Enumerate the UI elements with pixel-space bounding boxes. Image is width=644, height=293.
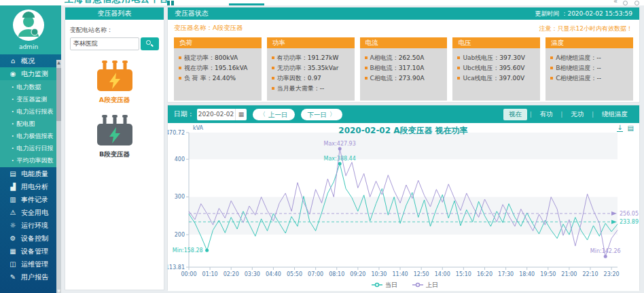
collapse-icon[interactable]: « [613,0,618,5]
next-day-button[interactable]: 下一日 〉 [301,109,343,120]
active-tab-underline [229,3,264,5]
sidebar-item-event-log[interactable]: ▥事件记录 [0,193,61,206]
station-name-label: 变配电站名称： [70,26,159,35]
sidebar-item-label: 安全用电 [21,208,48,218]
svg-text:00:00: 00:00 [181,271,196,277]
svg-text:07:00: 07:00 [308,271,323,277]
chart-tab-1[interactable]: 视在 [503,109,527,120]
app-root: 上海智慧信息用电云平台 « admin ⌂概况◉电力监测电力数据变压器监测电力运… [0,0,644,293]
svg-text:Max:427.93: Max:427.93 [324,141,356,147]
sidebar-item-usage-analysis[interactable]: ▟用电分析 [0,180,61,193]
sidebar-item-environment[interactable]: ☼运行环境 [0,219,61,232]
bar-chart-icon: ▟ [8,183,18,190]
bullet-icon [550,56,553,59]
sidebar-submenu: 电力数据变压器监测电力运行报表配电图电力极值报表电力运行日报平均功率因数 [0,80,61,167]
sidebar: admin ⌂概况◉电力监测电力数据变压器监测电力运行报表配电图电力极值报表电力… [0,5,61,293]
bullet-icon [457,56,460,59]
sidebar-item-device-control[interactable]: ⚙设备控制 [0,232,61,245]
chart-tabs: 视在|有功|无功|绕组温度 [503,109,633,120]
calendar-icon[interactable]: ▦ [235,109,247,120]
sidebar-subitem[interactable]: 平均功率因数 [0,154,61,167]
prev-day-button[interactable]: 〈 上一日 [253,109,295,120]
scroll-down-icon[interactable]: ▼ [56,288,61,293]
sidebar-subitem[interactable]: 配电图 [0,118,61,130]
top-navbar: 上海智慧信息用电云平台 « [0,0,644,5]
sidebar-item-safe-power[interactable]: ⚠安全用电 [0,206,61,219]
svg-text:256.05: 256.05 [620,211,639,217]
menu-grid-icon[interactable] [167,1,175,5]
date-picker[interactable]: 2020-02-02 ▦ [197,109,247,120]
bullet-icon [179,67,181,69]
status-card: 负荷额定功率：800kVA视在功率：195.16kVA负 荷 率：24.40% [174,37,262,101]
svg-text:当日: 当日 [385,281,397,288]
sidebar-item-power-quality[interactable]: ▤电能质量 [0,167,61,180]
svg-text:233.89: 233.89 [620,219,639,225]
chart-tab-2[interactable]: 有功 [535,109,558,120]
user-icon[interactable] [634,1,639,5]
svg-text:02:20: 02:20 [223,271,239,277]
bullet-icon [179,56,181,59]
card-title: 电压 [452,37,540,48]
search-icon [146,40,151,45]
bullet-icon [550,67,553,69]
status-panel-title: 变压器状态 [175,7,209,20]
sidebar-item-power-monitoring[interactable]: ◉电力监测 [0,67,61,80]
sidebar-item-ops-management[interactable]: ◫运维管理 [0,258,61,271]
svg-text:400: 400 [175,156,185,162]
update-time: 更新时间 ：2020-02-02 15:53:59 [535,7,632,20]
svg-text:200: 200 [175,232,185,238]
sidebar-subitem[interactable]: 电力数据 [0,81,61,93]
transformer-status-panel: 变压器状态 更新时间 ：2020-02-02 15:53:59 变压器名称：A段… [167,7,640,103]
sidebar-item-user-report[interactable]: ✎用户报告 [0,271,61,283]
data-validity-note: 注意：只显示12小时内有效数据！ [539,24,632,33]
username: admin [0,44,57,50]
card-row: Ubc线电压：395.60V [457,63,537,73]
svg-text:17:30: 17:30 [498,271,514,277]
chart-area: 2020-02-02 A段变压器 视在功率 ↓ ▤ 113.8120030040… [168,123,639,291]
sidebar-subitem[interactable]: 电力运行报表 [0,105,61,118]
transformer-b-label: B段变压器 [70,150,159,159]
scroll-up-icon[interactable]: ▲ [56,60,61,65]
chart-tab-4[interactable]: 绕组温度 [596,109,633,120]
search-button[interactable] [141,37,159,50]
download-icon[interactable]: ↓ [617,124,622,132]
chart-toolbar: 日期： 2020-02-02 ▦ 〈 上一日 下一日 〉 视在|有功|无功|绕组… [168,105,639,123]
transformer-a-item[interactable]: A段变压器 [70,61,159,105]
chart-tab-3[interactable]: 无功 [565,109,589,120]
transformer-b-item[interactable]: B段变压器 [70,115,159,159]
scrollbar-thumb[interactable] [56,68,61,121]
svg-text:113.81: 113.81 [168,264,185,271]
avatar[interactable] [13,10,44,41]
card-row: 额定功率：800kVA [179,53,259,63]
card-row: 负 荷 率：24.40% [179,73,259,84]
sidebar-item-label: 电能质量 [21,169,48,179]
sidebar-item-label: 用电分析 [21,182,48,192]
bullet-icon [179,77,181,80]
transformer-b-icon [96,115,133,146]
sidebar-scrollbar[interactable]: ▲ ▼ [56,60,61,293]
svg-text:18:40: 18:40 [519,271,535,277]
sidebar-subitem[interactable]: 变压器监测 [0,93,61,105]
sidebar-item-label: 运维管理 [21,260,48,269]
sidebar-subitem[interactable]: 电力极值报表 [0,130,61,142]
notification-icon[interactable] [623,1,628,5]
legend-item-当日[interactable]: 当日 [372,281,397,288]
card-row: B相绕组温度：-- [550,63,630,73]
export-doc-icon[interactable]: ▤ [628,124,634,132]
svg-text:Max:388.44: Max:388.44 [324,156,356,162]
card-row: C相绕组温度：-- [550,73,630,84]
environment-icon: ☼ [8,222,18,229]
sidebar-item-label: 概况 [21,56,35,66]
status-card: 电流A相电流：262.50AB相电流：317.10AC相电流：273.90A [360,37,448,101]
station-search-input[interactable] [70,37,139,50]
date-value[interactable]: 2020-02-02 [197,109,235,120]
card-title: 功率 [267,37,355,48]
chevron-left-icon: 〈 [260,109,266,120]
svg-text:04:40: 04:40 [266,271,281,277]
legend-item-上日[interactable]: 上日 [412,281,438,288]
engineer-avatar-icon [13,10,44,41]
sidebar-item-device-management[interactable]: ▦设备管理 [0,245,61,258]
bullet-icon [550,77,553,80]
sidebar-item-overview[interactable]: ⌂概况 [0,54,61,67]
sidebar-subitem[interactable]: 电力运行日报 [0,142,61,154]
